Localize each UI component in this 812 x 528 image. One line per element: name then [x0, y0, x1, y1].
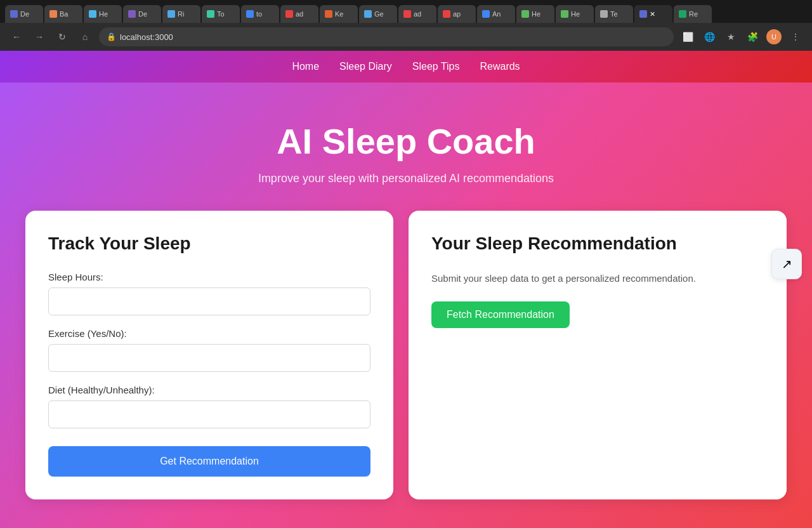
toolbar-right: ⬜ 🌐 ★ 🧩 U ⋮: [679, 28, 804, 46]
tab-ke[interactable]: Ke: [320, 5, 358, 23]
recommendation-card: Your Sleep Recommendation Submit your sl…: [409, 211, 787, 499]
browser-chrome: De Ba He De Ri To to ad: [0, 0, 812, 51]
tab-label: Ke: [335, 10, 343, 18]
tab-favicon: [561, 10, 568, 18]
tab-favicon: [482, 10, 490, 18]
tab-label: ✕: [650, 10, 655, 18]
translate-button[interactable]: 🌐: [700, 28, 718, 46]
exercise-group: Exercise (Yes/No):: [48, 328, 370, 372]
tab-favicon: [364, 10, 372, 18]
tab-favicon: [325, 10, 332, 18]
tab-de1[interactable]: De: [5, 5, 43, 23]
diet-group: Diet (Healthy/Unhealthy):: [48, 385, 370, 428]
cast-button[interactable]: ⬜: [679, 28, 697, 46]
tab-label: Te: [610, 10, 618, 18]
exercise-label: Exercise (Yes/No):: [48, 328, 370, 339]
hero-section: AI Sleep Coach Improve your sleep with p…: [0, 82, 812, 211]
back-button[interactable]: ←: [8, 28, 25, 46]
tab-label: He: [532, 10, 540, 18]
tab-favicon: [285, 10, 293, 18]
tab-label: To: [217, 10, 225, 18]
tab-label: Ri: [178, 10, 184, 18]
tab-favicon: [49, 10, 57, 18]
tab-te[interactable]: Te: [595, 5, 633, 23]
tab-de2[interactable]: De: [123, 5, 161, 23]
tab-an[interactable]: An: [477, 5, 515, 23]
url-text: localhost:3000: [120, 32, 173, 42]
tab-label: He: [571, 10, 580, 18]
home-button[interactable]: ⌂: [76, 28, 94, 46]
recommendation-subtitle: Submit your sleep data to get a personal…: [431, 272, 764, 286]
tab-favicon: [639, 10, 647, 18]
tab-label: He: [99, 10, 108, 18]
browser-tabs: De Ba He De Ri To to ad: [0, 0, 812, 23]
track-card-title: Track Your Sleep: [48, 234, 370, 254]
address-bar[interactable]: 🔒 localhost:3000: [99, 27, 674, 46]
hero-subtitle: Improve your sleep with personalized AI …: [13, 172, 799, 185]
tab-label: ad: [296, 10, 303, 18]
tab-ap[interactable]: ap: [438, 5, 476, 23]
tab-favicon: [679, 10, 686, 18]
forward-button[interactable]: →: [30, 28, 48, 46]
tab-favicon: [167, 10, 175, 18]
tab-he3[interactable]: He: [556, 5, 594, 23]
sleep-hours-input[interactable]: [48, 287, 370, 315]
track-sleep-card: Track Your Sleep Sleep Hours: Exercise (…: [25, 211, 393, 499]
hero-title: AI Sleep Coach: [13, 121, 799, 162]
sleep-hours-group: Sleep Hours:: [48, 272, 370, 315]
tab-to1[interactable]: To: [202, 5, 240, 23]
tab-ad2[interactable]: ad: [398, 5, 436, 23]
diet-input[interactable]: [48, 400, 370, 428]
browser-toolbar: ← → ↻ ⌂ 🔒 localhost:3000 ⬜ 🌐 ★ 🧩 U ⋮: [0, 23, 812, 51]
fetch-recommendation-button[interactable]: Fetch Recommendation: [431, 301, 570, 328]
reload-button[interactable]: ↻: [53, 28, 71, 46]
lock-icon: 🔒: [107, 32, 116, 41]
bookmark-button[interactable]: ★: [722, 28, 740, 46]
diet-label: Diet (Healthy/Unhealthy):: [48, 385, 370, 395]
extension-button[interactable]: 🧩: [743, 28, 761, 46]
tab-favicon: [128, 10, 136, 18]
tab-favicon: [246, 10, 254, 18]
tab-favicon: [403, 10, 411, 18]
nav-sleep-tips[interactable]: Sleep Tips: [412, 61, 460, 72]
get-recommendation-button[interactable]: Get Recommendation: [48, 446, 370, 477]
sleep-hours-label: Sleep Hours:: [48, 272, 370, 282]
tab-favicon: [443, 10, 450, 18]
recommendation-card-title: Your Sleep Recommendation: [431, 234, 764, 254]
tab-favicon: [89, 10, 96, 18]
floating-button[interactable]: ↗: [771, 249, 802, 279]
tab-re[interactable]: Re: [674, 5, 712, 23]
main-nav: Home Sleep Diary Sleep Tips Rewards: [0, 51, 812, 82]
tab-label: Ba: [60, 10, 68, 18]
tab-favicon: [10, 10, 18, 18]
tab-ri[interactable]: Ri: [162, 5, 200, 23]
tab-he2[interactable]: He: [516, 5, 554, 23]
tab-label: De: [138, 10, 147, 18]
tab-favicon: [521, 10, 529, 18]
tab-ba[interactable]: Ba: [44, 5, 82, 23]
floating-icon: ↗: [782, 256, 792, 272]
tab-label: An: [492, 10, 501, 18]
tab-he1[interactable]: He: [84, 5, 122, 23]
tab-label: ad: [414, 10, 421, 18]
tab-active[interactable]: ✕: [634, 5, 672, 23]
tab-favicon: [600, 10, 608, 18]
nav-home[interactable]: Home: [292, 61, 319, 72]
tab-to2[interactable]: to: [241, 5, 279, 23]
tab-label: to: [256, 10, 262, 18]
tab-ge[interactable]: Ge: [359, 5, 397, 23]
menu-button[interactable]: ⋮: [787, 28, 804, 46]
tab-ad1[interactable]: ad: [280, 5, 318, 23]
cards-container: Track Your Sleep Sleep Hours: Exercise (…: [0, 211, 812, 528]
exercise-input[interactable]: [48, 344, 370, 372]
app-wrapper: Home Sleep Diary Sleep Tips Rewards AI S…: [0, 51, 812, 528]
tab-label: Re: [689, 10, 698, 18]
tab-label: De: [20, 10, 29, 18]
nav-rewards[interactable]: Rewards: [480, 61, 520, 72]
nav-sleep-diary[interactable]: Sleep Diary: [339, 61, 392, 72]
profile-button[interactable]: U: [765, 28, 783, 46]
tab-label: ap: [453, 10, 461, 18]
tab-label: Ge: [374, 10, 384, 18]
tab-favicon: [207, 10, 214, 18]
